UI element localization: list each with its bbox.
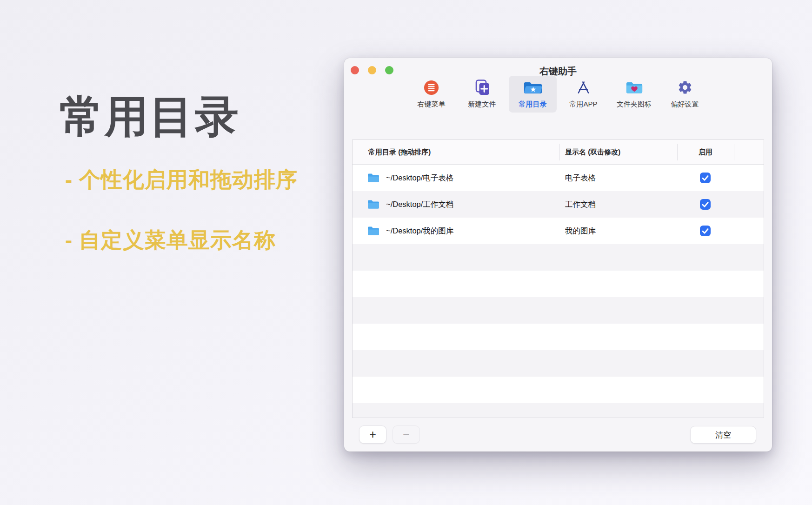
folder-heart-icon bbox=[626, 78, 643, 97]
menu-lines-icon bbox=[423, 78, 439, 97]
empty-row bbox=[353, 271, 764, 297]
gear-icon bbox=[677, 78, 693, 97]
enabled-checkbox-checked[interactable] bbox=[700, 173, 711, 183]
folder-icon bbox=[367, 173, 379, 185]
table-row[interactable]: ~/Desktop/我的图库 我的图库 bbox=[353, 218, 764, 244]
folder-icon bbox=[367, 226, 379, 238]
enabled-checkbox-checked[interactable] bbox=[700, 199, 711, 210]
tab-label: 新建文件 bbox=[468, 100, 496, 109]
empty-row bbox=[353, 324, 764, 350]
tab-folder-icons[interactable]: 文件夹图标 bbox=[610, 76, 658, 113]
header-directory: 常用目录 (拖动排序) bbox=[368, 140, 431, 164]
empty-row bbox=[353, 350, 764, 377]
header-display-name: 显示名 (双击修改) bbox=[565, 140, 620, 164]
empty-row bbox=[353, 244, 764, 271]
tab-new-file[interactable]: 新建文件 bbox=[458, 76, 506, 113]
folder-icon bbox=[367, 199, 379, 211]
folder-star-icon bbox=[523, 78, 543, 97]
tab-label: 文件夹图标 bbox=[617, 100, 652, 109]
tab-preferences[interactable]: 偏好设置 bbox=[661, 76, 709, 113]
table-row[interactable]: ~/Desktop/电子表格 电子表格 bbox=[353, 165, 764, 191]
column-divider bbox=[677, 144, 678, 160]
display-name[interactable]: 工作文档 bbox=[565, 191, 596, 218]
empty-row bbox=[353, 297, 764, 324]
table-body: ~/Desktop/电子表格 电子表格 bbox=[353, 165, 764, 418]
directory-path: ~/Desktop/我的图库 bbox=[386, 218, 453, 244]
slide-bullet-2: - 自定义菜单显示名称 bbox=[65, 226, 276, 255]
add-directory-button[interactable]: + bbox=[359, 426, 386, 443]
column-divider bbox=[559, 144, 560, 160]
clear-all-button[interactable]: 清空 bbox=[691, 426, 756, 443]
empty-row bbox=[353, 403, 764, 418]
tab-label: 常用APP bbox=[569, 100, 597, 109]
directories-table: 常用目录 (拖动排序) 显示名 (双击修改) 启用 ~/Desktop/电子表格 bbox=[352, 140, 764, 418]
tab-label: 右键菜单 bbox=[418, 100, 446, 109]
new-file-icon bbox=[474, 78, 491, 97]
display-name[interactable]: 电子表格 bbox=[565, 165, 596, 191]
directory-path: ~/Desktop/工作文档 bbox=[386, 191, 453, 218]
directory-path: ~/Desktop/电子表格 bbox=[386, 165, 453, 191]
tab-frequent-directories[interactable]: 常用目录 bbox=[509, 76, 557, 113]
table-header: 常用目录 (拖动排序) 显示名 (双击修改) 启用 bbox=[353, 140, 764, 165]
tab-frequent-apps[interactable]: 常用APP bbox=[559, 76, 607, 113]
app-window: 右键助手 右键菜单 bbox=[344, 58, 772, 452]
tab-label: 偏好设置 bbox=[671, 100, 699, 109]
toolbar: 右键菜单 新建文件 bbox=[344, 76, 772, 113]
slide-bullet-1: - 个性化启用和拖动排序 bbox=[65, 166, 298, 194]
column-divider bbox=[734, 144, 734, 160]
remove-directory-button[interactable]: − bbox=[393, 426, 419, 443]
empty-row bbox=[353, 377, 764, 403]
slide-background: 常用目录 - 个性化启用和拖动排序 - 自定义菜单显示名称 右键助手 bbox=[0, 0, 812, 505]
header-enabled: 启用 bbox=[677, 140, 734, 164]
display-name[interactable]: 我的图库 bbox=[565, 218, 596, 244]
tab-right-click-menu[interactable]: 右键菜单 bbox=[407, 76, 455, 113]
enabled-checkbox-checked[interactable] bbox=[700, 226, 711, 236]
table-row[interactable]: ~/Desktop/工作文档 工作文档 bbox=[353, 191, 764, 218]
slide-title: 常用目录 bbox=[60, 87, 240, 146]
app-store-icon bbox=[575, 78, 592, 97]
tab-label: 常用目录 bbox=[519, 100, 547, 109]
